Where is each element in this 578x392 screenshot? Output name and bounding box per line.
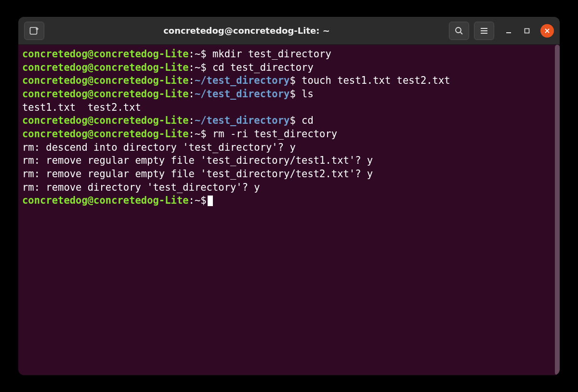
prompt-path: ~: [195, 195, 200, 206]
minimize-icon: [505, 27, 512, 34]
prompt-user-host: concretedog@concretedog-Lite: [22, 128, 189, 140]
terminal-line: concretedog@concretedog-Lite:~$ rm -ri t…: [22, 128, 556, 141]
prompt-colon: :: [189, 75, 195, 86]
prompt-path: ~/test_directory: [195, 75, 289, 86]
prompt-dollar: $: [200, 48, 206, 60]
close-button[interactable]: [540, 24, 554, 38]
menu-button[interactable]: [474, 22, 494, 40]
maximize-button[interactable]: [522, 26, 532, 36]
prompt-colon: :: [189, 115, 195, 126]
svg-rect-0: [30, 27, 37, 34]
prompt-dollar: $: [289, 75, 295, 86]
prompt-dollar: $: [289, 115, 295, 126]
prompt-user-host: concretedog@concretedog-Lite: [22, 115, 189, 126]
terminal-window: concretedog@concretedog-Lite: ~: [18, 17, 560, 375]
output-text: rm: remove directory 'test_directory'? y: [22, 182, 260, 193]
output-text: test1.txt test2.txt: [22, 102, 141, 113]
svg-point-3: [456, 27, 461, 33]
command-text: touch test1.txt test2.txt: [296, 75, 450, 86]
prompt-colon: :: [189, 48, 195, 60]
window-controls: [504, 24, 554, 38]
titlebar: concretedog@concretedog-Lite: ~: [18, 17, 560, 45]
prompt-dollar: $: [289, 88, 295, 100]
prompt-path: ~: [195, 62, 200, 73]
terminal-line: test1.txt test2.txt: [22, 101, 556, 115]
prompt-user-host: concretedog@concretedog-Lite: [22, 195, 189, 206]
prompt-dollar: $: [200, 128, 206, 140]
command-text: cd: [296, 115, 314, 126]
cursor: [208, 196, 213, 206]
output-text: rm: descend into directory 'test_directo…: [22, 142, 296, 153]
output-text: rm: remove regular empty file 'test_dire…: [22, 155, 373, 166]
svg-line-4: [460, 32, 462, 34]
prompt-dollar: $: [200, 62, 206, 73]
svg-rect-9: [525, 28, 529, 33]
scrollbar-track: [555, 45, 560, 375]
prompt-user-host: concretedog@concretedog-Lite: [22, 48, 189, 60]
prompt-user-host: concretedog@concretedog-Lite: [22, 75, 189, 86]
prompt-path: ~/test_directory: [195, 115, 289, 126]
maximize-icon: [524, 27, 530, 34]
hamburger-icon: [480, 27, 488, 34]
output-text: rm: remove regular empty file 'test_dire…: [22, 168, 373, 180]
terminal-line: rm: remove directory 'test_directory'? y: [22, 181, 556, 195]
terminal-line: rm: descend into directory 'test_directo…: [22, 141, 556, 155]
prompt-user-host: concretedog@concretedog-Lite: [22, 88, 189, 100]
prompt-user-host: concretedog@concretedog-Lite: [22, 62, 189, 73]
new-tab-icon: [29, 26, 39, 35]
command-text: ls: [296, 88, 314, 100]
close-icon: [544, 28, 550, 34]
prompt-path: ~: [195, 128, 200, 140]
minimize-button[interactable]: [504, 26, 513, 36]
prompt-path: ~/test_directory: [195, 88, 289, 100]
terminal-line: concretedog@concretedog-Lite:~$ mkdir te…: [22, 48, 556, 61]
window-title: concretedog@concretedog-Lite: ~: [49, 26, 444, 36]
new-tab-button[interactable]: [24, 22, 44, 40]
prompt-dollar: $: [200, 195, 206, 206]
terminal-line: concretedog@concretedog-Lite:~/test_dire…: [22, 74, 556, 88]
terminal-output-area[interactable]: concretedog@concretedog-Lite:~$ mkdir te…: [18, 45, 560, 375]
scrollbar-thumb[interactable]: [555, 45, 560, 375]
terminal-line: concretedog@concretedog-Lite:~/test_dire…: [22, 114, 556, 128]
search-button[interactable]: [449, 22, 469, 40]
prompt-colon: :: [189, 195, 195, 206]
command-text: cd test_directory: [207, 62, 314, 73]
terminal-line: concretedog@concretedog-Lite:~$: [22, 194, 556, 208]
terminal-line: rm: remove regular empty file 'test_dire…: [22, 168, 556, 181]
prompt-path: ~: [195, 48, 200, 60]
prompt-colon: :: [189, 62, 195, 73]
command-text: mkdir test_directory: [207, 48, 331, 60]
terminal-line: rm: remove regular empty file 'test_dire…: [22, 154, 556, 168]
prompt-colon: :: [189, 88, 195, 100]
prompt-colon: :: [189, 128, 195, 140]
command-text: rm -ri test_directory: [207, 128, 338, 140]
search-icon: [455, 26, 463, 35]
terminal-line: concretedog@concretedog-Lite:~$ cd test_…: [22, 61, 556, 75]
terminal-line: concretedog@concretedog-Lite:~/test_dire…: [22, 88, 556, 101]
